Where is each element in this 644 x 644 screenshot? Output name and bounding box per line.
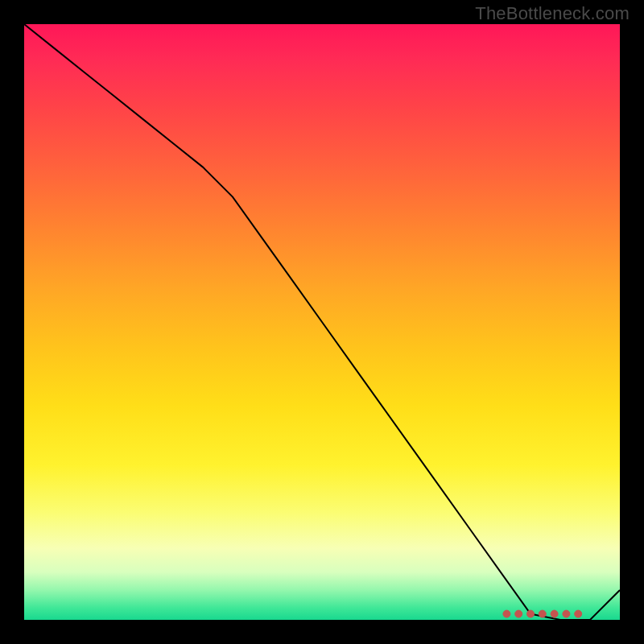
attribution-text: TheBottleneck.com [475,3,630,24]
marker-dot [563,610,570,617]
curve-line [24,24,620,620]
chart-container: TheBottleneck.com [0,0,644,644]
marker-dot [515,610,522,617]
plot-area [24,24,620,620]
marker-dot [527,610,535,617]
marker-dot [551,610,558,617]
marker-dot [539,610,546,617]
marker-group [503,610,582,617]
chart-svg [24,24,620,620]
marker-dot [575,610,582,617]
marker-dot [503,610,510,617]
